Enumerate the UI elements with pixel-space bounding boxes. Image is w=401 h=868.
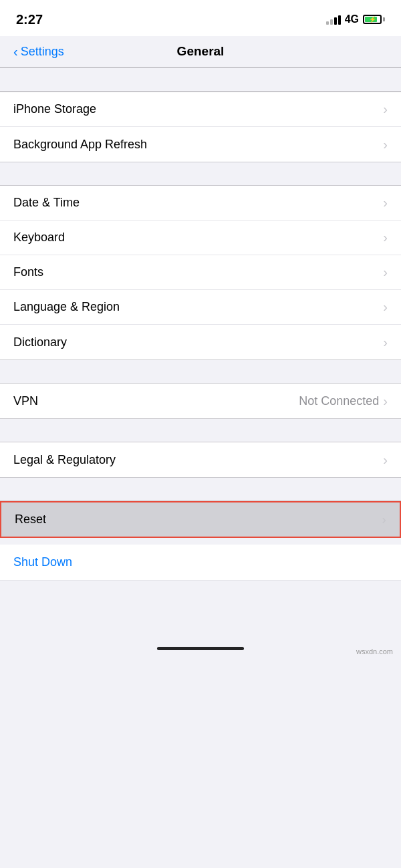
keyboard-label: Keyboard (13, 231, 65, 245)
vpn-value: Not Connected (299, 394, 379, 408)
legal-section: Legal & Regulatory › (0, 442, 401, 477)
network-label: 4G (345, 13, 359, 25)
language-region-right: › (383, 299, 388, 315)
status-icons: 4G ⚡ (326, 13, 385, 25)
storage-section: iPhone Storage › Background App Refresh … (0, 92, 401, 162)
vpn-label: VPN (13, 394, 38, 408)
back-chevron-icon: ‹ (13, 45, 18, 58)
language-region-item[interactable]: Language & Region › (0, 290, 401, 325)
language-region-chevron-icon: › (383, 299, 388, 315)
date-time-right: › (383, 195, 388, 210)
dictionary-label: Dictionary (13, 335, 67, 349)
section-divider-3 (0, 418, 401, 442)
section-divider-top (0, 67, 401, 92)
fonts-item[interactable]: Fonts › (0, 255, 401, 290)
reset-section: Reset › (0, 501, 401, 538)
dictionary-right: › (383, 335, 388, 350)
background-app-refresh-chevron-icon: › (383, 137, 388, 152)
status-time: 2:27 (16, 12, 43, 27)
watermark: wsxdn.com (356, 647, 393, 656)
reset-chevron-icon: › (382, 512, 386, 527)
section-divider-1 (0, 162, 401, 186)
fonts-right: › (383, 265, 388, 280)
home-indicator (157, 647, 244, 650)
background-app-refresh-item[interactable]: Background App Refresh › (0, 127, 401, 162)
vpn-item[interactable]: VPN Not Connected › (0, 384, 401, 418)
legal-regulatory-right: › (383, 452, 388, 468)
iphone-storage-label: iPhone Storage (13, 102, 96, 116)
background-app-refresh-label: Background App Refresh (13, 138, 147, 152)
signal-icon (326, 14, 341, 25)
section-divider-4 (0, 477, 401, 501)
battery-icon: ⚡ (363, 15, 385, 24)
dictionary-chevron-icon: › (383, 335, 388, 350)
reset-label: Reset (15, 513, 46, 527)
date-time-chevron-icon: › (383, 195, 388, 210)
iphone-storage-item[interactable]: iPhone Storage › (0, 92, 401, 127)
vpn-chevron-icon: › (383, 394, 388, 409)
iphone-storage-chevron-icon: › (383, 102, 388, 117)
date-time-item[interactable]: Date & Time › (0, 186, 401, 221)
fonts-label: Fonts (13, 265, 43, 279)
background-app-refresh-right: › (383, 137, 388, 152)
fonts-chevron-icon: › (383, 265, 388, 280)
iphone-storage-right: › (383, 102, 388, 117)
legal-regulatory-label: Legal & Regulatory (13, 453, 116, 467)
reset-right: › (382, 512, 386, 527)
vpn-right: Not Connected › (299, 394, 388, 409)
nav-bar: ‹ Settings General (0, 36, 401, 67)
vpn-section: VPN Not Connected › (0, 384, 401, 418)
shut-down-label: Shut Down (13, 555, 72, 569)
localization-section: Date & Time › Keyboard › Fonts › Languag… (0, 186, 401, 359)
dictionary-item[interactable]: Dictionary › (0, 325, 401, 359)
date-time-label: Date & Time (13, 196, 80, 210)
status-bar: 2:27 4G ⚡ (0, 0, 401, 36)
keyboard-item[interactable]: Keyboard › (0, 221, 401, 255)
back-label: Settings (21, 45, 64, 59)
page-title: General (177, 44, 225, 59)
language-region-label: Language & Region (13, 300, 120, 314)
legal-regulatory-item[interactable]: Legal & Regulatory › (0, 442, 401, 477)
back-button[interactable]: ‹ Settings (13, 45, 64, 59)
shut-down-item[interactable]: Shut Down (0, 545, 401, 581)
section-divider-2 (0, 359, 401, 384)
keyboard-chevron-icon: › (383, 230, 388, 245)
keyboard-right: › (383, 230, 388, 245)
legal-regulatory-chevron-icon: › (383, 452, 388, 468)
section-divider-5 (0, 538, 401, 545)
bottom-area: wsxdn.com (0, 581, 401, 661)
reset-item[interactable]: Reset › (0, 501, 401, 538)
